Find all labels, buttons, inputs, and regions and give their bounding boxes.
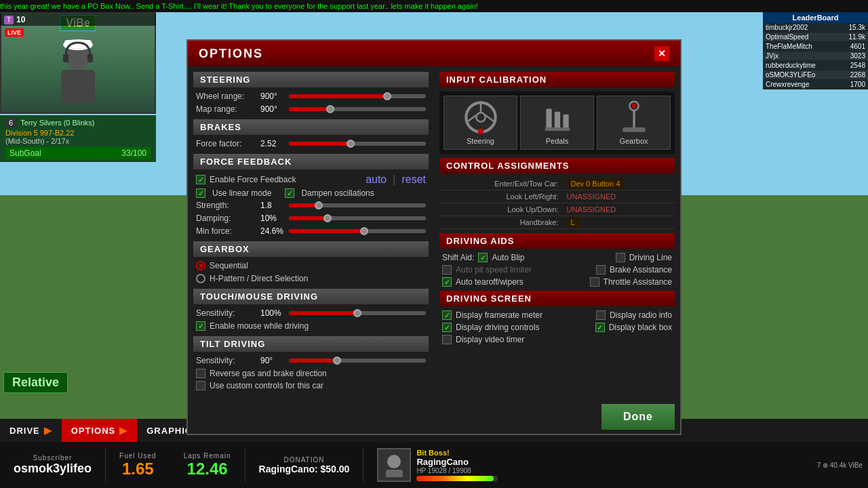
ff-reset-button[interactable]: reset [401,174,426,186]
enter-exit-row: Enter/Exit/Tow Car: Dev 0 Button 4 [439,178,675,190]
enable-ff-label: Enable Force Feedback [210,175,296,184]
shift-aid-checkbox[interactable]: ✓ [478,253,488,262]
tilt-sensitivity-slider[interactable] [289,359,426,363]
svg-rect-14 [563,115,568,129]
min-force-value: 24.6% [260,226,289,236]
auto-tearoff-label: Auto tearoff/wipers [456,277,524,287]
map-range-label: Map range: [196,104,260,114]
damping-value: 10% [260,214,289,223]
enter-exit-value[interactable]: Dev 0 Button 4 [567,178,625,189]
video-timer-label: Display video timer [456,335,524,344]
enable-mouse-row: ✓ Enable mouse while driving [193,321,429,331]
custom-controls-row: Use custom controls for this car [193,381,429,390]
done-button[interactable]: Done [601,404,675,430]
driving-screen-header: DRIVING SCREEN [439,291,675,306]
svg-point-7 [476,113,485,121]
min-force-slider[interactable] [289,229,426,233]
damping-label: Damping: [196,214,260,223]
custom-controls-checkbox[interactable] [196,381,205,390]
svg-line-10 [485,115,494,122]
driving-controls-checkbox[interactable]: ✓ [442,323,452,332]
tilt-sensitivity-value: 90° [260,356,289,365]
enable-mouse-label: Enable mouse while driving [210,321,309,331]
damping-fill [289,216,328,220]
pit-limiter-row: Auto pit speed limiter Brake Assistance [439,265,675,274]
strength-slider[interactable] [289,203,426,207]
ff-linear-row: ✓ Use linear mode ✓ Dampen oscillations [193,188,429,198]
radio-checkbox[interactable] [596,310,606,320]
enter-exit-label: Enter/Exit/Tow Car: [439,178,563,190]
driving-controls-row: ✓ Display driving controls ✓ Display bla… [439,323,675,332]
handbrake-value[interactable]: L [567,217,579,228]
driving-line-label: Driving Line [629,253,672,262]
handbrake-row: Handbrake: L [439,216,675,229]
damping-thumb[interactable] [323,214,332,222]
sequential-label: Sequential [210,261,248,270]
modal-header: OPTIONS ✕ [188,41,680,66]
shift-aid-label: Shift Aid: [442,253,474,262]
dampen-checkbox[interactable]: ✓ [285,188,294,198]
modal-title: OPTIONS [199,47,263,61]
touch-sensitivity-slider[interactable] [289,311,426,315]
force-factor-row: Force factor: 2.52 [193,139,429,148]
force-factor-thumb[interactable] [347,140,355,148]
svg-rect-15 [545,127,570,131]
ff-auto-button[interactable]: auto [366,174,387,186]
wheel-range-label: Wheel range: [196,92,260,101]
modal-right-column: INPUT CALIBRATION Steering [434,72,675,393]
driving-controls-label: Display driving controls [456,323,539,332]
look-lr-row: Look Left/Right: UNASSIGNED [439,190,675,203]
wheel-range-fill [289,94,387,98]
map-range-slider[interactable] [289,107,426,111]
steering-calib-button[interactable]: Steering [443,96,517,150]
framerate-label: Display framerate meter [456,310,542,320]
steering-calib-label: Steering [467,137,494,145]
calibration-icons: Steering Pedals [439,92,675,154]
auto-tearoff-row: ✓ Auto tearoff/wipers Throttle Assistanc… [439,277,675,287]
map-range-thumb[interactable] [326,105,334,113]
linear-mode-label: Use linear mode [212,188,271,198]
gearbox-icon [617,100,651,134]
framerate-checkbox[interactable]: ✓ [442,310,452,320]
touch-sensitivity-value: 100% [260,308,289,318]
gearbox-section-header: GEARBOX [193,241,429,257]
force-factor-label: Force factor: [196,139,260,148]
brakes-section-header: BRAKES [193,119,429,135]
touch-sensitivity-label: Sensitivity: [196,308,260,318]
strength-thumb[interactable] [315,201,323,209]
min-force-thumb[interactable] [360,227,368,235]
pedals-calib-button[interactable]: Pedals [520,96,594,150]
sequential-radio[interactable] [196,261,205,270]
video-timer-checkbox[interactable] [442,335,452,344]
auto-blip-label: Auto Blip [492,253,524,262]
enable-mouse-checkbox[interactable]: ✓ [196,321,205,331]
reverse-gas-checkbox[interactable] [196,369,205,378]
pit-limiter-checkbox[interactable] [442,265,452,274]
modal-overlay: OPTIONS ✕ STEERING Wheel range: 900° Map [0,0,868,488]
control-assign-header: CONTROL ASSIGNMENTS [439,158,675,174]
linear-mode-checkbox[interactable]: ✓ [196,188,205,198]
look-lr-value[interactable]: UNASSIGNED [567,192,616,201]
wheel-range-thumb[interactable] [383,92,391,100]
throttle-assist-checkbox[interactable] [590,277,599,287]
force-factor-slider[interactable] [289,142,426,146]
auto-tearoff-checkbox[interactable]: ✓ [442,277,452,287]
close-button[interactable]: ✕ [654,46,669,61]
touch-mouse-header: TOUCH/MOUSE DRIVING [193,289,429,304]
video-timer-row: Display video timer [439,335,675,344]
look-ud-value[interactable]: UNASSIGNED [567,205,616,214]
damping-slider[interactable] [289,216,426,220]
brake-assist-checkbox[interactable] [596,265,606,274]
hpattern-radio[interactable] [196,274,205,283]
custom-controls-label: Use custom controls for this car [210,381,323,390]
gearbox-calib-button[interactable]: Gearbox [597,96,671,150]
wheel-range-slider[interactable] [289,94,426,98]
driving-line-checkbox[interactable] [616,253,625,262]
enable-ff-checkbox[interactable]: ✓ [196,175,205,184]
steering-section-header: STEERING [193,72,429,87]
svg-rect-13 [554,112,559,129]
touch-sensitivity-thumb[interactable] [353,309,361,317]
input-calib-header: INPUT CALIBRATION [439,72,675,87]
black-box-checkbox[interactable]: ✓ [595,323,605,332]
tilt-sensitivity-thumb[interactable] [333,357,341,365]
